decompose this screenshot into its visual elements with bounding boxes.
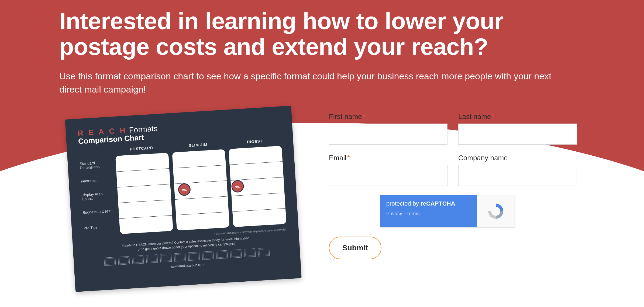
- row-label: Features:: [80, 172, 113, 189]
- row-label: Suggested Uses:: [82, 203, 115, 220]
- first-name-input[interactable]: [329, 124, 447, 145]
- recaptcha-widget[interactable]: protected by reCAPTCHA Privacy - Terms: [380, 195, 515, 227]
- recaptcha-text: protected by: [386, 200, 421, 207]
- email-input[interactable]: [329, 165, 447, 186]
- last-name-label: Last name*: [458, 112, 577, 121]
- row-label: Standard Dimensions:: [79, 156, 112, 174]
- preview-grid: Standard Dimensions: Features: Display A…: [79, 138, 286, 236]
- company-label: Company name: [458, 154, 577, 162]
- last-name-input[interactable]: [458, 124, 577, 145]
- comparison-chart-preview: R E A C H Formats Comparison Chart Stand…: [65, 106, 302, 292]
- row-label: Pro Tips:: [83, 219, 116, 236]
- submit-button[interactable]: Submit: [329, 237, 381, 259]
- page-subhead: Use this format comparison chart to see …: [59, 70, 571, 96]
- lead-form: First name* Last name* Email*: [329, 112, 577, 259]
- preview-title-word: Formats: [129, 124, 158, 134]
- first-name-label: First name*: [329, 112, 447, 121]
- page-headline: Interested in learning how to lower your…: [59, 8, 585, 59]
- email-label: Email*: [329, 154, 447, 162]
- recaptcha-icon: [477, 195, 515, 227]
- row-label: Display Area Count:: [81, 187, 114, 205]
- company-input[interactable]: [458, 165, 577, 186]
- recaptcha-terms-link[interactable]: Terms: [407, 211, 420, 216]
- recaptcha-privacy-link[interactable]: Privacy: [386, 211, 402, 216]
- recaptcha-brand: reCAPTCHA: [421, 200, 455, 207]
